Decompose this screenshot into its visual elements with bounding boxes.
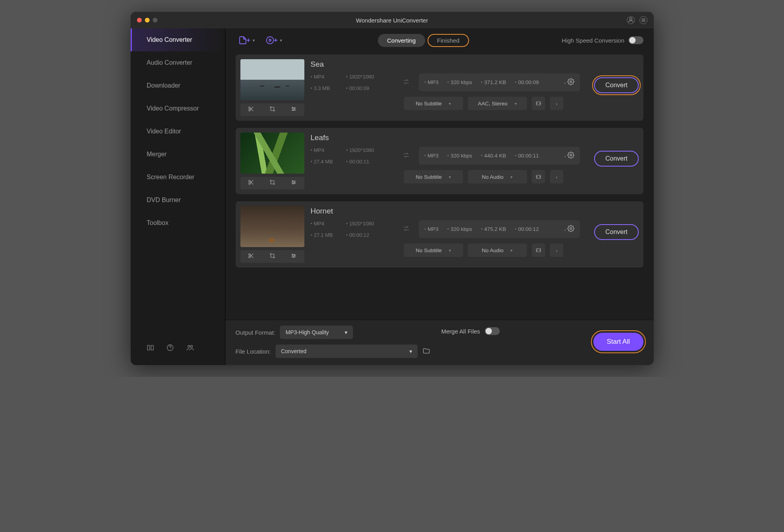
src-size: 27.1 MB bbox=[311, 232, 346, 238]
open-folder-button[interactable] bbox=[422, 347, 430, 356]
app-window: Wondershare UniConverter Video Converter… bbox=[131, 12, 654, 365]
high-speed-toggle[interactable] bbox=[628, 36, 643, 44]
dst-format: MP3 bbox=[424, 226, 439, 232]
svg-point-39 bbox=[294, 255, 295, 256]
app-title: Wondershare UniConverter bbox=[131, 17, 654, 24]
audio-select[interactable]: No Audio▾ bbox=[468, 244, 527, 257]
audio-value: No Audio bbox=[482, 247, 504, 253]
start-all-button[interactable]: Start All bbox=[593, 333, 643, 351]
high-speed-label: High Speed Conversion bbox=[562, 37, 624, 44]
dst-duration: 00:00:11 bbox=[515, 153, 539, 159]
video-thumbnail[interactable] bbox=[240, 59, 304, 100]
file-location-value: Converted bbox=[281, 348, 307, 354]
sidebar-item-video-compressor[interactable]: Video Compressor bbox=[131, 97, 225, 120]
crop-icon[interactable] bbox=[269, 106, 276, 114]
audio-value: AAC, Stereo bbox=[478, 101, 507, 107]
file-location-label: File Location: bbox=[236, 348, 271, 355]
chevron-down-icon: ▾ bbox=[449, 175, 451, 179]
sidebar-item-audio-converter[interactable]: Audio Converter bbox=[131, 51, 225, 74]
effects-icon[interactable] bbox=[291, 106, 297, 114]
video-thumbnail[interactable] bbox=[240, 206, 304, 247]
trim-icon[interactable] bbox=[248, 106, 254, 114]
video-name: Leafs bbox=[311, 133, 580, 142]
add-file-button[interactable]: + ▾ bbox=[236, 33, 257, 47]
settings-button[interactable] bbox=[564, 78, 574, 86]
audio-select[interactable]: No Audio▾ bbox=[468, 170, 527, 184]
chevron-down-icon: ▾ bbox=[253, 38, 255, 43]
subtitle-select[interactable]: No Subtitle▾ bbox=[404, 97, 463, 110]
video-thumbnail[interactable] bbox=[240, 133, 304, 174]
tab-converting[interactable]: Converting bbox=[378, 34, 426, 47]
sidebar-item-merger[interactable]: Merger bbox=[131, 143, 225, 166]
trim-icon[interactable] bbox=[248, 253, 254, 260]
sidebar-item-screen-recorder[interactable]: Screen Recorder bbox=[131, 166, 225, 189]
convert-button[interactable]: Convert bbox=[594, 77, 638, 93]
subtitle-select[interactable]: No Subtitle▾ bbox=[404, 244, 463, 257]
svg-point-16 bbox=[293, 110, 293, 111]
src-format: MP4 bbox=[311, 221, 346, 227]
add-disc-button[interactable]: + ▾ bbox=[263, 33, 285, 47]
svg-point-6 bbox=[190, 345, 192, 347]
trim-icon[interactable] bbox=[248, 179, 254, 187]
chevron-down-icon: ▾ bbox=[510, 175, 512, 179]
subtitle-select[interactable]: No Subtitle▾ bbox=[404, 170, 463, 184]
sidebar-item-dvd-burner[interactable]: DVD Burner bbox=[131, 189, 225, 212]
subtitle-value: No Subtitle bbox=[416, 101, 442, 107]
crop-icon[interactable] bbox=[269, 253, 276, 260]
src-duration: 00:00:12 bbox=[346, 232, 394, 238]
expand-button[interactable] bbox=[532, 244, 545, 257]
effects-icon[interactable] bbox=[291, 179, 297, 187]
plus-icon: + bbox=[247, 37, 250, 44]
convert-arrow-icon bbox=[402, 151, 410, 161]
expand-button[interactable] bbox=[532, 97, 545, 110]
convert-button[interactable]: Convert bbox=[594, 151, 638, 167]
output-format-select[interactable]: MP3-High Quality ▾ bbox=[280, 326, 353, 339]
tab-finished[interactable]: Finished bbox=[428, 34, 469, 47]
dst-bitrate: 320 kbps bbox=[447, 226, 472, 232]
info-button[interactable] bbox=[550, 244, 563, 257]
video-name: Hornet bbox=[311, 207, 580, 215]
chevron-down-icon: ▾ bbox=[449, 101, 451, 106]
svg-point-14 bbox=[292, 107, 293, 108]
chevron-down-icon: ▾ bbox=[409, 348, 412, 354]
audio-select[interactable]: AAC, Stereo▾ bbox=[468, 97, 527, 110]
subtitle-value: No Subtitle bbox=[416, 174, 442, 180]
target-settings: MP3 320 kbps 440.4 KB 00:00:11 bbox=[419, 147, 580, 165]
convert-button[interactable]: Convert bbox=[594, 224, 638, 240]
sidebar-item-video-converter[interactable]: Video Converter bbox=[131, 28, 225, 51]
src-resolution: 1920*1080 bbox=[346, 221, 394, 227]
svg-point-7 bbox=[266, 37, 274, 44]
settings-button[interactable] bbox=[564, 152, 574, 160]
svg-point-26 bbox=[292, 181, 293, 182]
sidebar-item-toolbox[interactable]: Toolbox bbox=[131, 212, 225, 234]
dst-size: 440.4 KB bbox=[481, 153, 506, 159]
dst-bitrate: 320 kbps bbox=[447, 79, 472, 85]
dst-format: MP3 bbox=[424, 153, 439, 159]
dst-size: 371.2 KB bbox=[481, 79, 506, 85]
settings-button[interactable] bbox=[564, 225, 574, 233]
svg-point-8 bbox=[269, 39, 271, 41]
chevron-down-icon: ▾ bbox=[345, 329, 347, 335]
sidebar-item-video-editor[interactable]: Video Editor bbox=[131, 120, 225, 143]
crop-icon[interactable] bbox=[269, 179, 276, 187]
src-resolution: 1920*1080 bbox=[346, 147, 394, 153]
src-size: 3.3 MB bbox=[311, 85, 346, 91]
merge-all-toggle[interactable] bbox=[485, 327, 500, 335]
src-duration: 00:00:09 bbox=[346, 85, 394, 91]
chevron-down-icon: ▾ bbox=[515, 101, 517, 106]
toolbar: + ▾ + ▾ Converting Finished High Speed C… bbox=[225, 28, 654, 52]
info-button[interactable] bbox=[550, 97, 563, 110]
guide-icon[interactable] bbox=[146, 344, 154, 353]
help-icon[interactable] bbox=[166, 344, 174, 353]
effects-icon[interactable] bbox=[291, 253, 297, 260]
info-button[interactable] bbox=[550, 170, 563, 184]
share-icon[interactable] bbox=[186, 344, 194, 353]
footer: Output Format: MP3-High Quality ▾ File L… bbox=[225, 320, 654, 365]
dst-size: 475.2 KB bbox=[481, 226, 506, 232]
svg-point-28 bbox=[293, 183, 293, 184]
file-location-select[interactable]: Converted ▾ bbox=[276, 345, 418, 358]
sidebar-item-downloader[interactable]: Downloader bbox=[131, 74, 225, 97]
svg-point-41 bbox=[570, 228, 572, 230]
dst-duration: 00:00:12 bbox=[515, 226, 539, 232]
expand-button[interactable] bbox=[532, 170, 545, 184]
